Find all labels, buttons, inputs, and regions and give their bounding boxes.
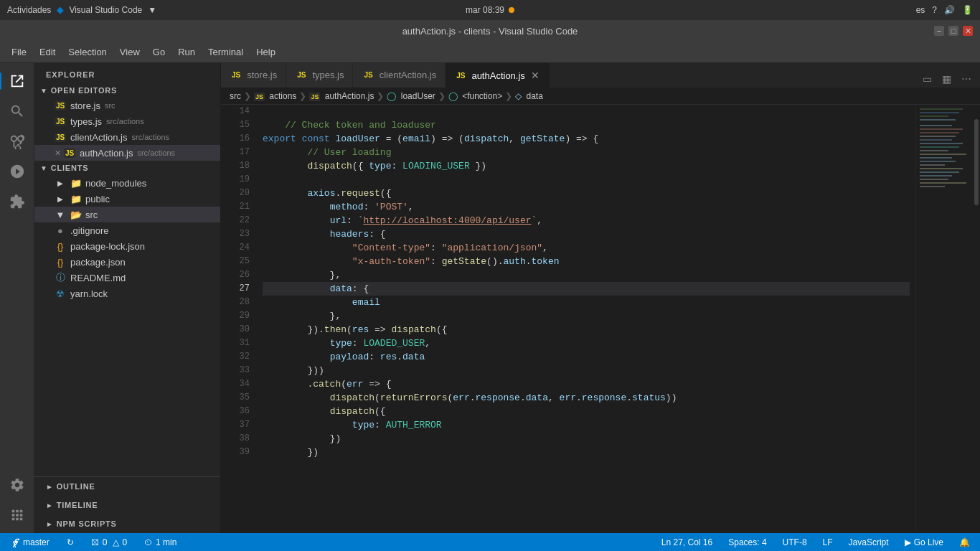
close-button[interactable]: ✕	[963, 26, 973, 36]
bc-function[interactable]: ◯ <function>	[448, 91, 502, 101]
eol-label: LF	[823, 537, 833, 547]
bc-src[interactable]: src	[230, 91, 241, 101]
code-line-28: email	[263, 296, 910, 309]
lang-label[interactable]: es	[916, 5, 925, 15]
status-bar: master ↻ ⛝ 0 △ 0 ⏲ 1 min Ln 27, Col 16 S…	[0, 533, 980, 551]
editor-scrollbar[interactable]	[973, 105, 980, 533]
tab-store[interactable]: JS store.js	[221, 63, 286, 88]
close-tab-icon[interactable]: ✕	[55, 149, 61, 158]
timeline-header[interactable]: ► TIMELINE	[34, 496, 220, 514]
time-status[interactable]: ⏲ 1 min	[141, 537, 179, 547]
tab-store-label: store.js	[247, 70, 277, 80]
tab-client-label: clientAction.js	[380, 70, 436, 80]
bc-authaction[interactable]: JS authAction.js	[309, 91, 374, 101]
tab-close-auth[interactable]: ✕	[529, 68, 541, 83]
code-content[interactable]: // Check token and loaduser export const…	[257, 105, 915, 533]
outline-header[interactable]: ► OUTLINE	[34, 477, 220, 496]
svg-rect-2	[920, 116, 948, 117]
line-34: 34	[221, 377, 250, 391]
tabs-actions: ▭ ▦ ⋯	[914, 70, 980, 88]
open-editor-client[interactable]: JS clientAction.js src/actions	[34, 129, 220, 145]
gitignore-file[interactable]: ● .gitignore	[34, 222, 220, 238]
language-mode[interactable]: JavaScript	[846, 537, 892, 547]
open-editor-auth-label: authAction.js	[80, 148, 133, 159]
cursor-position[interactable]: Ln 27, Col 16	[659, 537, 715, 547]
package-json-file[interactable]: {} package.json	[34, 254, 220, 270]
battery-icon[interactable]: 🔋	[962, 5, 973, 15]
search-icon[interactable]	[5, 99, 29, 123]
info-icon-readme: ⓘ	[55, 271, 66, 284]
open-editor-auth[interactable]: ✕ JS authAction.js src/actions	[34, 145, 220, 161]
minimize-button[interactable]: −	[934, 26, 944, 36]
code-line-27: data : {	[263, 282, 910, 296]
open-editors-list: JS store.js src JS types.js src/actions …	[34, 98, 220, 161]
help-icon[interactable]: ?	[932, 5, 937, 15]
menu-run[interactable]: Run	[172, 44, 201, 60]
open-editor-types[interactable]: JS types.js src/actions	[34, 113, 220, 129]
src-folder[interactable]: ▼ 📂 src	[34, 207, 220, 222]
encoding[interactable]: UTF-8	[780, 537, 810, 547]
code-line-17: // User loading	[263, 146, 910, 159]
git-branch[interactable]: master	[7, 537, 52, 547]
bc-data[interactable]: ◇ data	[515, 91, 543, 101]
svg-rect-0	[920, 108, 963, 110]
readme-file[interactable]: ⓘ README.md	[34, 270, 220, 286]
bc-actions[interactable]: JS actions	[254, 91, 296, 101]
yarn-icon: ☢	[55, 288, 66, 299]
run-icon[interactable]	[5, 159, 29, 184]
volume-icon[interactable]: 🔊	[944, 5, 955, 15]
settings-icon[interactable]	[5, 473, 29, 497]
actividades-label[interactable]: Actividades	[7, 5, 51, 15]
more-actions-icon[interactable]: ⋯	[958, 70, 974, 88]
bc-js-icon: JS	[254, 93, 265, 101]
open-editor-store-label: store.js	[70, 100, 100, 111]
source-control-icon[interactable]	[5, 129, 29, 154]
menu-help[interactable]: Help	[250, 44, 281, 60]
menu-terminal[interactable]: Terminal	[202, 44, 249, 60]
line-14: 14	[221, 105, 250, 118]
bc-loaduser[interactable]: ◯ loadUser	[387, 91, 435, 101]
open-editor-store[interactable]: JS store.js src	[34, 98, 220, 113]
clients-tree: ► 📁 node_modules ► 📁 public ▼ 📂 src ● .g…	[34, 175, 220, 301]
bc-sep1: ❯	[244, 91, 251, 101]
clients-chevron: ▼	[40, 164, 48, 172]
window-controls[interactable]: − □ ✕	[934, 26, 973, 36]
grid-icon[interactable]	[5, 503, 29, 527]
maximize-button[interactable]: □	[948, 26, 958, 36]
explorer-icon[interactable]	[5, 69, 29, 93]
notification-bell[interactable]: 🔔	[956, 537, 973, 547]
language-label: JavaScript	[849, 537, 889, 547]
extensions-icon[interactable]	[5, 189, 29, 214]
npm-scripts-header[interactable]: ► NPM SCRIPTS	[34, 514, 220, 533]
public-folder[interactable]: ► 📁 public	[34, 191, 220, 207]
split-editor-icon[interactable]: ▭	[920, 70, 935, 88]
open-editor-client-label: clientAction.js	[70, 132, 127, 143]
tab-auth-action[interactable]: JS authAction.js ✕	[446, 63, 550, 88]
indentation[interactable]: Spaces: 4	[725, 537, 769, 547]
svg-rect-14	[920, 161, 956, 162]
eol[interactable]: LF	[820, 537, 836, 547]
menu-go[interactable]: Go	[147, 44, 171, 60]
tab-client-action[interactable]: JS clientAction.js	[353, 63, 446, 88]
menu-edit[interactable]: Edit	[34, 44, 61, 60]
code-editor[interactable]: 14 15 16 17 18 19 20 21 22 23 24 25 26 2…	[221, 105, 980, 533]
layout-icon[interactable]: ▦	[939, 70, 954, 88]
open-editors-label: OPEN EDITORS	[51, 86, 118, 95]
js-file-icon: JS	[55, 101, 66, 110]
sync-button[interactable]: ↻	[64, 537, 77, 547]
tab-types[interactable]: JS types.js	[286, 63, 353, 88]
menu-selection[interactable]: Selection	[62, 44, 112, 60]
clients-header[interactable]: ▼ CLIENTS	[34, 161, 220, 175]
go-live-button[interactable]: ▶ Go Live	[902, 537, 946, 547]
yarn-lock-file[interactable]: ☢ yarn.lock	[34, 286, 220, 301]
scrollbar-thumb[interactable]	[974, 119, 979, 205]
git-branch-label: master	[23, 537, 50, 547]
public-label: public	[85, 194, 110, 204]
package-lock-file[interactable]: {} package-lock.json	[34, 238, 220, 254]
open-editors-header[interactable]: ▼ OPEN EDITORS	[34, 83, 220, 98]
node-modules-folder[interactable]: ► 📁 node_modules	[34, 175, 220, 191]
errors-button[interactable]: ⛝ 0 △ 0	[88, 537, 130, 547]
folder-icon-src: 📂	[70, 209, 82, 220]
menu-view[interactable]: View	[114, 44, 146, 60]
menu-file[interactable]: File	[6, 44, 32, 60]
